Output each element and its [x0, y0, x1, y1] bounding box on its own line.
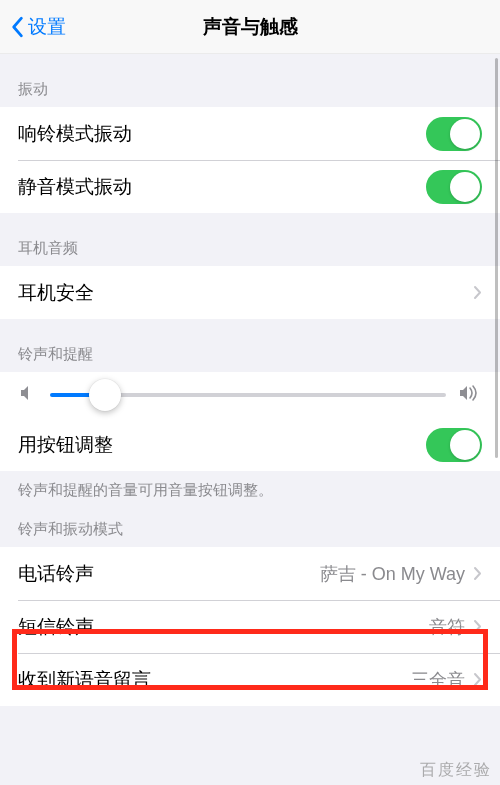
group-ringer: 用按钮调整 — [0, 372, 500, 471]
row-headphone-safety[interactable]: 耳机安全 — [0, 266, 500, 319]
volume-slider[interactable] — [50, 393, 446, 397]
chevron-right-icon — [473, 672, 482, 687]
toggle-silent-vibrate[interactable] — [426, 170, 482, 204]
back-label: 设置 — [28, 14, 66, 40]
row-silent-vibrate[interactable]: 静音模式振动 — [0, 160, 500, 213]
watermark: 百度经验 — [420, 760, 492, 781]
group-footer-ringer: 铃声和提醒的音量可用音量按钮调整。 — [0, 471, 500, 500]
page-title: 声音与触感 — [203, 14, 298, 40]
back-button[interactable]: 设置 — [10, 14, 66, 40]
chevron-right-icon — [473, 566, 482, 581]
volume-low-icon — [18, 384, 38, 406]
row-button-adjust[interactable]: 用按钮调整 — [0, 418, 500, 471]
group-headphone: 耳机安全 — [0, 266, 500, 319]
row-label: 短信铃声 — [18, 614, 429, 639]
group-header-headphone: 耳机音频 — [0, 213, 500, 266]
row-ringtone[interactable]: 电话铃声 萨吉 - On My Way — [0, 547, 500, 600]
row-voicemail[interactable]: 收到新语音留言 三全音 — [0, 653, 500, 706]
slider-thumb[interactable] — [89, 379, 121, 411]
group-header-ringer: 铃声和提醒 — [0, 319, 500, 372]
toggle-button-adjust[interactable] — [426, 428, 482, 462]
row-ring-vibrate[interactable]: 响铃模式振动 — [0, 107, 500, 160]
row-label: 静音模式振动 — [18, 174, 426, 199]
scrollbar[interactable] — [495, 58, 498, 458]
row-label: 响铃模式振动 — [18, 121, 426, 146]
chevron-right-icon — [473, 619, 482, 634]
row-label: 耳机安全 — [18, 280, 473, 305]
group-header-vibration: 振动 — [0, 54, 500, 107]
row-volume-slider — [0, 372, 500, 418]
chevron-left-icon — [10, 16, 24, 38]
group-header-patterns: 铃声和振动模式 — [0, 500, 500, 547]
row-text-tone[interactable]: 短信铃声 音符 — [0, 600, 500, 653]
chevron-right-icon — [473, 285, 482, 300]
nav-bar: 设置 声音与触感 — [0, 0, 500, 54]
toggle-ring-vibrate[interactable] — [426, 117, 482, 151]
row-value: 三全音 — [411, 668, 465, 692]
row-value: 音符 — [429, 615, 465, 639]
row-value: 萨吉 - On My Way — [320, 562, 465, 586]
row-label: 收到新语音留言 — [18, 667, 411, 692]
volume-high-icon — [458, 384, 482, 406]
row-label: 用按钮调整 — [18, 432, 426, 457]
group-patterns: 电话铃声 萨吉 - On My Way 短信铃声 音符 收到新语音留言 三全音 — [0, 547, 500, 706]
content-scroll[interactable]: 振动 响铃模式振动 静音模式振动 耳机音频 耳机安全 铃声和提醒 — [0, 54, 500, 785]
group-vibration: 响铃模式振动 静音模式振动 — [0, 107, 500, 213]
row-label: 电话铃声 — [18, 561, 320, 586]
